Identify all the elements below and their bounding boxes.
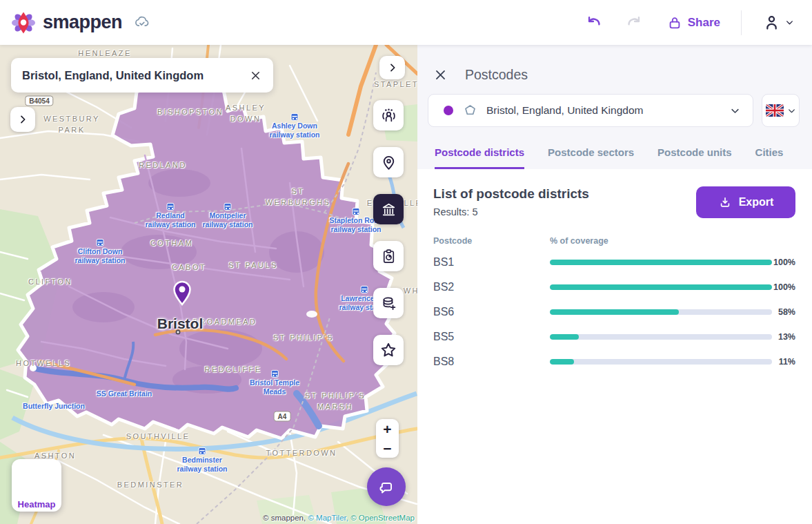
close-panel-button[interactable] <box>434 68 447 81</box>
redo-button[interactable] <box>623 11 646 35</box>
coverage-percent: 11% <box>772 357 795 367</box>
chat-button[interactable] <box>367 467 406 506</box>
coverage-bar <box>550 284 772 290</box>
list-title: List of postcode districts <box>433 186 589 202</box>
star-icon <box>379 341 397 359</box>
uk-flag-icon <box>766 104 784 117</box>
postcodes-tool-button[interactable] <box>373 194 404 224</box>
expand-left-panel-button[interactable] <box>10 107 35 132</box>
population-icon <box>380 107 397 124</box>
attribution-smappen: © smappen, <box>263 514 306 522</box>
column-header-coverage: % of coverage <box>550 236 795 246</box>
share-label: Share <box>688 16 720 30</box>
postcode-cell: BS8 <box>433 356 550 368</box>
coverage-bar <box>550 260 772 265</box>
chevron-right-icon <box>17 114 28 125</box>
chevron-down-icon <box>785 18 794 27</box>
zoom-control: + − <box>376 419 399 458</box>
favorites-tool-button[interactable] <box>373 335 404 365</box>
coverage-percent: 100% <box>772 282 795 292</box>
chevron-down-icon <box>787 106 796 115</box>
user-icon <box>762 13 781 32</box>
chevron-right-icon <box>387 62 398 73</box>
tab-cities[interactable]: Cities <box>755 146 784 169</box>
chevron-down-icon <box>730 106 740 116</box>
coverage-bar <box>550 359 772 365</box>
zoom-in-button[interactable]: + <box>376 419 399 438</box>
share-button[interactable]: Share <box>664 12 723 33</box>
heatmap-toggle[interactable]: Heatmap <box>12 459 61 512</box>
close-icon <box>434 68 447 81</box>
country-flag-dropdown[interactable] <box>762 94 800 127</box>
tab-bar: Postcode districts Postcode sectors Post… <box>417 146 812 169</box>
app: smappen <box>0 0 812 524</box>
tab-postcode-districts[interactable]: Postcode districts <box>435 146 524 169</box>
postcode-cell: BS2 <box>433 281 550 293</box>
coverage-bar <box>550 309 772 315</box>
table-row[interactable]: BS6 58% <box>433 300 795 324</box>
search-input[interactable]: Bristol, England, United Kingdom <box>22 69 248 82</box>
selection-color-dot <box>444 106 453 115</box>
tab-postcode-units[interactable]: Postcode units <box>657 146 732 169</box>
divider <box>741 10 742 35</box>
map-canvas[interactable]: HENLEAZEWESTBURY PARKBISHOPSTONASHLEY DO… <box>0 45 417 524</box>
selection-dropdown[interactable]: Bristol, England, United Kingdom <box>428 94 753 127</box>
coverage-percent: 100% <box>772 258 795 267</box>
column-header-postcode: Postcode <box>433 236 550 246</box>
lock-icon <box>667 15 682 30</box>
export-label: Export <box>739 196 774 208</box>
tab-postcode-sectors[interactable]: Postcode sectors <box>548 146 634 169</box>
basemap <box>0 45 417 524</box>
results-count: Results: 5 <box>433 206 589 217</box>
logo-wordmark: smappen <box>43 12 122 33</box>
postcode-cell: BS5 <box>433 331 550 343</box>
coverage-percent: 58% <box>772 307 795 317</box>
table-row[interactable]: BS8 11% <box>433 349 795 374</box>
map-city-dot <box>176 330 181 335</box>
bank-icon <box>380 201 397 218</box>
table-row[interactable]: BS5 13% <box>433 324 795 349</box>
map-city-label: Bristol <box>157 316 204 332</box>
table-row[interactable]: BS2 100% <box>433 275 795 300</box>
postcode-cell: BS6 <box>433 306 550 318</box>
zoom-out-button[interactable]: − <box>376 438 399 458</box>
search-card[interactable]: Bristol, England, United Kingdom <box>11 58 273 93</box>
places-tool-button[interactable] <box>373 147 404 177</box>
location-pin-icon <box>380 154 397 171</box>
population-tool-button[interactable] <box>373 100 404 130</box>
postcode-cell: BS1 <box>433 256 550 269</box>
cloud-sync-icon <box>133 14 150 31</box>
clipboard-chart-icon <box>380 248 397 265</box>
account-menu-button[interactable] <box>760 10 797 35</box>
table-row[interactable]: BS1 100% <box>433 250 795 275</box>
export-button[interactable]: Export <box>696 186 795 218</box>
heatmap-label: Heatmap <box>12 499 61 510</box>
map-attribution: © smappen, © MapTiler, © OpenStreetMap <box>263 514 415 522</box>
table-header: Postcode % of coverage <box>433 236 795 246</box>
attribution-maptiler-link[interactable]: © MapTiler, <box>308 514 348 522</box>
zone-icon <box>462 103 478 119</box>
panel-title: Postcodes <box>465 67 528 83</box>
download-icon <box>718 195 732 209</box>
report-tool-button[interactable] <box>373 241 404 271</box>
coverage-bar <box>550 334 772 340</box>
attribution-osm-link[interactable]: © OpenStreetMap <box>350 514 415 522</box>
undo-button[interactable] <box>582 11 605 35</box>
bristol-pin[interactable] <box>172 280 192 306</box>
chat-bubble-icon <box>377 478 395 496</box>
smappen-logo-icon <box>11 10 36 35</box>
selection-value: Bristol, England, United Kingdom <box>486 104 730 117</box>
coverage-table: Postcode % of coverage BS1 100% BS2 100% <box>433 236 795 374</box>
data-tool-button[interactable] <box>373 288 404 318</box>
postcodes-panel: Postcodes Bristol, England, United Kingd… <box>417 45 812 524</box>
clear-search-button[interactable] <box>248 68 264 84</box>
logo[interactable]: smappen <box>11 10 122 35</box>
collapse-right-panel-button[interactable] <box>379 56 405 79</box>
top-bar: smappen <box>0 0 812 45</box>
database-add-icon <box>380 295 397 312</box>
coverage-percent: 13% <box>772 332 795 342</box>
